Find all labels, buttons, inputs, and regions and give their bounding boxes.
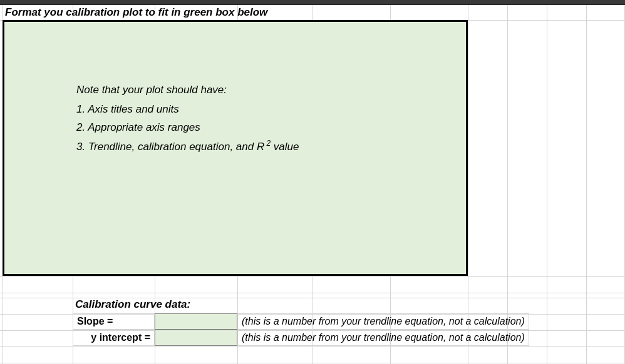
- r-squared-superscript: 2: [264, 139, 271, 148]
- yintercept-value-cell[interactable]: [155, 330, 237, 346]
- note-item-3: 3. Trendline, calibration equation, and …: [76, 137, 299, 156]
- note-item-3-post: value: [271, 140, 299, 152]
- yintercept-hint: (this is a number from your trendline eq…: [237, 330, 529, 346]
- slope-value-cell[interactable]: [155, 313, 237, 330]
- window-top-bar: [0, 0, 625, 5]
- calibration-data-header: Calibration curve data:: [73, 297, 529, 313]
- calibration-plot-box[interactable]: Note that your plot should have: 1. Axis…: [3, 20, 468, 276]
- calibration-data-section: Calibration curve data: Slope = (this is…: [73, 297, 529, 346]
- slope-hint: (this is a number from your trendline eq…: [237, 313, 529, 330]
- yintercept-label: y intercept =: [73, 330, 155, 346]
- note-item-3-pre: 3. Trendline, calibration equation, and …: [76, 140, 264, 152]
- note-item-1: 1. Axis titles and units: [76, 101, 299, 119]
- slope-row: Slope = (this is a number from your tren…: [73, 313, 529, 330]
- note-item-2: 2. Appropriate axis ranges: [76, 119, 299, 137]
- note-title: Note that your plot should have:: [76, 81, 299, 99]
- instruction-header: Format you calibration plot to fit in gr…: [3, 5, 328, 21]
- plot-requirements-note: Note that your plot should have: 1. Axis…: [76, 81, 299, 156]
- yintercept-row: y intercept = (this is a number from you…: [73, 330, 529, 346]
- slope-label: Slope =: [73, 313, 155, 330]
